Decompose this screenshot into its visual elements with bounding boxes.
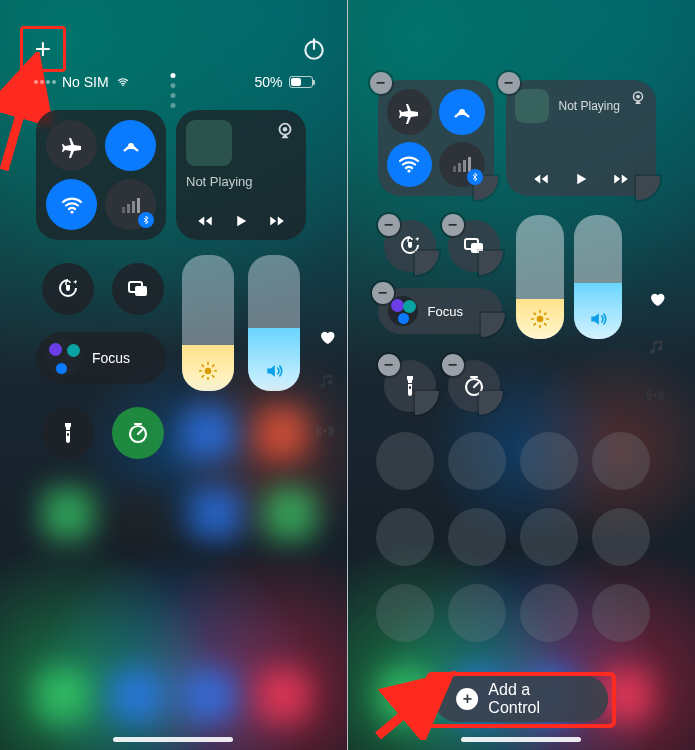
media-module[interactable]: Not Playing bbox=[176, 110, 306, 240]
bluetooth-badge-icon bbox=[467, 169, 483, 185]
orientation-lock-toggle[interactable] bbox=[42, 263, 94, 315]
next-track-icon[interactable] bbox=[612, 170, 630, 188]
connectivity-module[interactable] bbox=[36, 110, 166, 240]
media-title: Not Playing bbox=[559, 99, 620, 113]
plus-icon: + bbox=[35, 33, 51, 65]
airdrop-toggle[interactable] bbox=[105, 120, 156, 171]
cellular-toggle[interactable] bbox=[439, 142, 485, 188]
timer-edit[interactable]: − bbox=[448, 360, 500, 412]
timer-button[interactable] bbox=[112, 407, 164, 459]
add-a-control-button[interactable]: + Add a Control bbox=[434, 676, 608, 722]
remove-badge[interactable]: − bbox=[372, 282, 394, 304]
focus-label: Focus bbox=[92, 350, 130, 366]
airplane-mode-toggle[interactable] bbox=[387, 89, 433, 135]
carrier-label: No SIM bbox=[62, 74, 109, 90]
focus-icon bbox=[46, 340, 82, 376]
connectivity-module-edit[interactable]: − bbox=[378, 80, 494, 196]
airplane-mode-toggle[interactable] bbox=[46, 120, 97, 171]
wifi-toggle[interactable] bbox=[387, 142, 433, 188]
volume-slider[interactable] bbox=[248, 255, 300, 391]
remove-badge[interactable]: − bbox=[370, 72, 392, 94]
add-control-label: Add a Control bbox=[488, 681, 586, 717]
placeholder-slot[interactable] bbox=[376, 508, 434, 566]
play-icon[interactable] bbox=[232, 212, 250, 230]
placeholder-slot[interactable] bbox=[448, 584, 506, 642]
favorite-heart-icon[interactable] bbox=[648, 290, 666, 312]
resize-handle[interactable] bbox=[479, 391, 503, 415]
hotspot-icon[interactable] bbox=[316, 422, 334, 444]
resize-handle[interactable] bbox=[415, 251, 439, 275]
placeholder-slot[interactable] bbox=[448, 432, 506, 490]
brightness-icon bbox=[198, 361, 218, 381]
resize-handle[interactable] bbox=[481, 313, 505, 337]
placeholder-slot[interactable] bbox=[592, 432, 650, 490]
power-icon[interactable] bbox=[301, 36, 327, 62]
resize-handle[interactable] bbox=[479, 251, 503, 275]
focus-button[interactable]: Focus bbox=[36, 332, 166, 384]
remove-badge[interactable]: − bbox=[378, 354, 400, 376]
media-title: Not Playing bbox=[186, 174, 296, 189]
volume-icon bbox=[588, 309, 608, 329]
placeholder-slot[interactable] bbox=[520, 508, 578, 566]
media-artwork bbox=[515, 89, 549, 123]
status-bar: No SIM 50% bbox=[34, 74, 313, 90]
wifi-toggle[interactable] bbox=[46, 179, 97, 230]
placeholder-slot[interactable] bbox=[376, 432, 434, 490]
add-button-highlighted[interactable]: + bbox=[20, 26, 66, 72]
home-indicator[interactable] bbox=[461, 737, 581, 742]
airplay-icon[interactable] bbox=[274, 120, 296, 142]
media-artwork bbox=[186, 120, 232, 166]
flashlight-edit[interactable]: − bbox=[384, 360, 436, 412]
placeholder-slot[interactable] bbox=[520, 432, 578, 490]
music-recognition-icon[interactable] bbox=[648, 338, 666, 360]
remove-badge[interactable]: − bbox=[442, 214, 464, 236]
remove-badge[interactable]: − bbox=[378, 214, 400, 236]
favorite-heart-icon[interactable] bbox=[318, 328, 336, 350]
placeholder-slot[interactable] bbox=[520, 584, 578, 642]
flashlight-button[interactable] bbox=[42, 407, 94, 459]
signal-dots-icon bbox=[34, 80, 56, 84]
brightness-icon bbox=[530, 309, 550, 329]
cellular-toggle[interactable] bbox=[105, 179, 156, 230]
resize-handle[interactable] bbox=[415, 391, 439, 415]
brightness-slider-edit[interactable] bbox=[516, 215, 564, 339]
volume-icon bbox=[264, 361, 284, 381]
focus-edit[interactable]: − Focus bbox=[378, 288, 502, 334]
focus-icon bbox=[388, 296, 418, 326]
battery-icon bbox=[289, 76, 313, 88]
svg-line-27 bbox=[4, 66, 34, 170]
wifi-status-icon bbox=[115, 76, 131, 88]
battery-pct: 50% bbox=[254, 74, 282, 90]
screen-control-center-edit: − − Not Playing − − bbox=[348, 0, 696, 750]
placeholder-slot[interactable] bbox=[592, 584, 650, 642]
bluetooth-badge-icon bbox=[138, 212, 154, 228]
prev-track-icon[interactable] bbox=[196, 212, 214, 230]
plus-circle-icon: + bbox=[456, 688, 478, 710]
placeholder-slot[interactable] bbox=[448, 508, 506, 566]
remove-badge[interactable]: − bbox=[498, 72, 520, 94]
placeholder-grid bbox=[376, 432, 650, 642]
home-indicator[interactable] bbox=[113, 737, 233, 742]
hotspot-icon[interactable] bbox=[646, 386, 664, 408]
screen-mirroring-button[interactable] bbox=[112, 263, 164, 315]
play-icon[interactable] bbox=[572, 170, 590, 188]
screen-control-center: + No SIM 50% Not bbox=[0, 0, 348, 750]
media-module-edit[interactable]: − Not Playing bbox=[506, 80, 656, 196]
placeholder-slot[interactable] bbox=[376, 584, 434, 642]
screen-mirroring-edit[interactable]: − bbox=[448, 220, 500, 272]
prev-track-icon[interactable] bbox=[532, 170, 550, 188]
brightness-slider[interactable] bbox=[182, 255, 234, 391]
orientation-lock-edit[interactable]: − bbox=[384, 220, 436, 272]
music-recognition-icon[interactable] bbox=[318, 372, 336, 394]
focus-label: Focus bbox=[428, 304, 463, 319]
airdrop-toggle[interactable] bbox=[439, 89, 485, 135]
remove-badge[interactable]: − bbox=[442, 354, 464, 376]
airplay-icon[interactable] bbox=[629, 89, 647, 107]
next-track-icon[interactable] bbox=[268, 212, 286, 230]
volume-slider-edit[interactable] bbox=[574, 215, 622, 339]
placeholder-slot[interactable] bbox=[592, 508, 650, 566]
